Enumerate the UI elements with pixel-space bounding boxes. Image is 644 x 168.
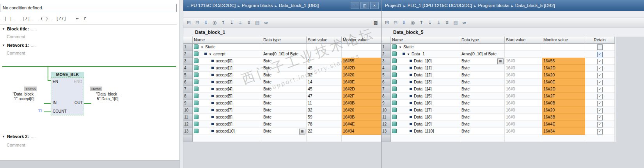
name-cell[interactable]: Data_1[5] <box>391 93 460 100</box>
move-blk-title[interactable]: MOVE_BLK <box>51 72 84 78</box>
type-cell[interactable]: Array[0..10] of Byte <box>262 51 307 58</box>
row-number[interactable]: 3 <box>183 58 193 65</box>
start-value-cell[interactable]: 11 <box>307 100 342 107</box>
type-cell[interactable]: Byte <box>460 93 505 100</box>
keep-actual-values-icon[interactable]: ⇩ <box>400 19 408 27</box>
network-1-comment-field[interactable]: Comment <box>7 51 25 55</box>
copy-start-values-to-snapshot-icon[interactable]: ↧ <box>426 19 434 27</box>
settings-icon[interactable]: ▤ <box>254 19 261 27</box>
name-cell[interactable]: accept[7] <box>193 107 262 114</box>
collapse-triangle-icon[interactable]: ▼ <box>2 135 5 138</box>
retain-checkbox[interactable] <box>597 44 603 50</box>
restore-button[interactable]: ◫ <box>360 2 369 9</box>
retain-checkbox[interactable]: ✓ <box>597 129 603 134</box>
type-cell[interactable]: Byte <box>460 79 505 86</box>
column-header-start[interactable]: Start value <box>505 37 542 44</box>
name-cell[interactable]: ▼accept <box>193 51 262 58</box>
expand-triangle-icon[interactable]: ▼ <box>399 46 402 49</box>
type-cell[interactable] <box>262 44 307 51</box>
breadcrumb-item[interactable]: Program blocks <box>478 3 509 8</box>
breadcrumb-item[interactable]: Program blocks <box>242 3 273 8</box>
db2-titlebar[interactable]: Project1▶PLC_1 [CPU 1215C DC/DC/DC]▶Prog… <box>381 0 644 11</box>
type-cell[interactable]: Byte <box>262 58 307 65</box>
start-value-cell[interactable]: 16#0 <box>505 114 542 121</box>
start-value-cell[interactable]: 16#0 <box>505 58 542 65</box>
name-cell[interactable]: Data_1[1] <box>391 65 460 72</box>
breadcrumb-item[interactable]: Data_block_5 [DB2] <box>515 3 555 8</box>
insert-row-icon[interactable]: ⊞ <box>185 19 193 27</box>
row-number[interactable]: 10 <box>381 107 391 114</box>
row-number[interactable]: 4 <box>183 65 193 72</box>
retain-checkbox[interactable]: ✓ <box>597 122 603 127</box>
column-header-type[interactable]: Data type <box>460 37 505 44</box>
block-comment-field[interactable]: Comment <box>7 34 25 39</box>
row-number[interactable]: 12 <box>183 121 193 128</box>
name-cell[interactable]: accept[2] <box>193 72 262 79</box>
details-view-icon[interactable]: ▨ <box>372 19 380 27</box>
network-2-comment-field[interactable]: Comment <box>7 143 25 147</box>
row-number[interactable]: 4 <box>381 65 391 72</box>
name-cell[interactable]: accept[4] <box>193 86 262 93</box>
row-number[interactable]: 6 <box>183 79 193 86</box>
retain-checkbox[interactable]: ✓ <box>597 59 603 64</box>
open-contact-icon[interactable]: -| |- <box>2 16 15 21</box>
row-number[interactable]: 12 <box>381 121 391 128</box>
name-cell[interactable]: Data_1[4] <box>391 86 460 93</box>
type-cell[interactable]: Byte <box>460 65 505 72</box>
start-value-cell[interactable]: 78 <box>307 121 342 128</box>
type-cell[interactable]: Byte <box>262 121 307 128</box>
count-operand[interactable]: 11 <box>34 109 42 113</box>
row-number[interactable]: 5 <box>183 72 193 79</box>
column-header-monitor[interactable]: Monitor value <box>342 37 381 44</box>
breadcrumb-item[interactable]: Data_block_1 [DB3] <box>279 3 319 8</box>
name-cell[interactable]: Data_1[7] <box>391 107 460 114</box>
type-cell[interactable]: Byte <box>460 107 505 114</box>
expand-all-members-icon[interactable]: ≡ <box>245 19 253 27</box>
start-value-cell[interactable]: 16#0 <box>505 93 542 100</box>
breadcrumb-item[interactable]: ...PU 1215C DC/DC/DC] <box>187 3 236 8</box>
retain-checkbox[interactable]: ✓ <box>597 80 603 85</box>
start-value-cell[interactable]: 32 <box>307 107 342 114</box>
start-value-cell[interactable]: 16#0 <box>505 86 542 93</box>
name-cell[interactable]: accept[0] <box>193 58 262 65</box>
expand-triangle-icon[interactable]: ▼ <box>209 53 212 56</box>
column-header-name[interactable]: Name <box>391 37 460 44</box>
name-cell[interactable]: Data_1[6] <box>391 100 460 107</box>
name-cell[interactable]: Data_1[10] <box>391 128 460 135</box>
monitor-all-icon[interactable]: ∞ <box>460 19 468 27</box>
row-number[interactable]: 6 <box>381 79 391 86</box>
expand-all-members-icon[interactable]: ≡ <box>443 19 451 27</box>
type-cell[interactable]: Byte <box>262 100 307 107</box>
closed-contact-icon[interactable]: -|/|- <box>20 16 33 21</box>
retain-checkbox[interactable]: ✓ <box>597 73 603 78</box>
column-header-start[interactable]: Start value <box>307 37 342 44</box>
type-cell[interactable]: Byte <box>460 128 505 135</box>
empty-box-icon[interactable]: [??] <box>56 16 66 21</box>
type-cell[interactable]: Byte <box>460 121 505 128</box>
column-header-name[interactable]: Name <box>193 37 262 44</box>
row-number[interactable]: 1 <box>183 44 193 51</box>
add-row-icon[interactable]: ⊟ <box>392 19 399 27</box>
row-number[interactable]: 9 <box>183 100 193 107</box>
start-value-cell[interactable] <box>505 44 542 51</box>
column-header-retain[interactable]: Retain <box>585 37 615 44</box>
name-cell[interactable]: ▼Static <box>193 44 262 51</box>
row-number[interactable]: 7 <box>183 86 193 93</box>
start-value-cell[interactable] <box>307 51 342 58</box>
start-value-cell[interactable]: 16#0 <box>505 107 542 114</box>
start-value-cell[interactable]: 16#0 <box>505 121 542 128</box>
start-value-cell[interactable]: 22 <box>307 128 342 135</box>
copy-snapshots-to-start-values-icon[interactable]: ↥ <box>219 19 227 27</box>
keep-actual-values-icon[interactable]: ⇩ <box>202 19 210 27</box>
type-cell[interactable]: Byte <box>460 86 505 93</box>
row-number[interactable]: 11 <box>381 114 391 121</box>
start-value-cell[interactable]: 16#0 <box>505 72 542 79</box>
start-value-cell[interactable]: 16#0 <box>505 79 542 86</box>
open-branch-icon[interactable]: ↦ <box>76 16 79 21</box>
row-number[interactable]: 13 <box>183 128 193 135</box>
name-cell[interactable]: Data_1[3] <box>391 79 460 86</box>
type-cell[interactable]: Byte <box>460 114 505 121</box>
retain-checkbox[interactable]: ✓ <box>597 66 603 71</box>
name-cell[interactable]: accept[3] <box>193 79 262 86</box>
start-value-cell[interactable]: 32 <box>307 72 342 79</box>
